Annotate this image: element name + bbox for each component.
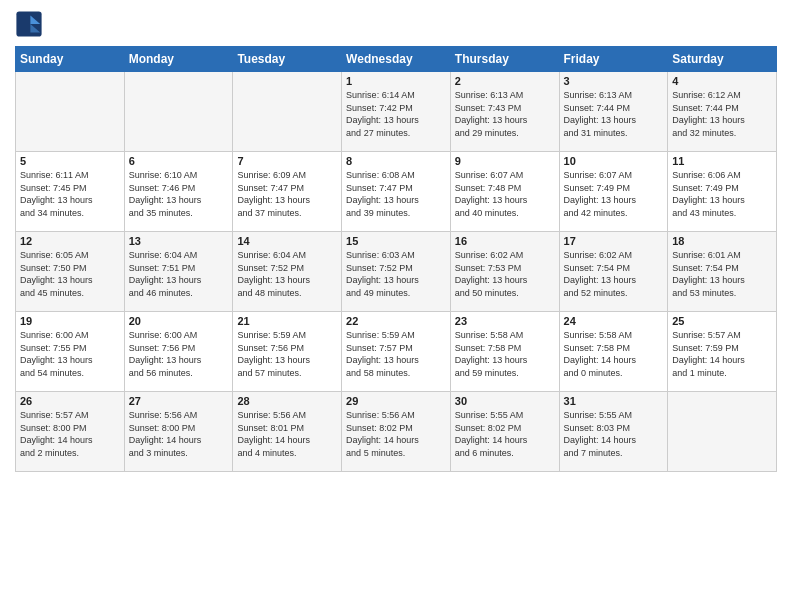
day-number: 30 — [455, 395, 555, 407]
day-number: 17 — [564, 235, 664, 247]
day-of-week-header: Friday — [559, 47, 668, 72]
day-number: 1 — [346, 75, 446, 87]
day-info: Sunrise: 6:07 AM Sunset: 7:49 PM Dayligh… — [564, 169, 664, 219]
calendar-cell: 28Sunrise: 5:56 AM Sunset: 8:01 PM Dayli… — [233, 392, 342, 472]
calendar-cell: 25Sunrise: 5:57 AM Sunset: 7:59 PM Dayli… — [668, 312, 777, 392]
day-info: Sunrise: 6:04 AM Sunset: 7:51 PM Dayligh… — [129, 249, 229, 299]
calendar-cell: 12Sunrise: 6:05 AM Sunset: 7:50 PM Dayli… — [16, 232, 125, 312]
day-number: 29 — [346, 395, 446, 407]
calendar-cell: 13Sunrise: 6:04 AM Sunset: 7:51 PM Dayli… — [124, 232, 233, 312]
day-info: Sunrise: 5:58 AM Sunset: 7:58 PM Dayligh… — [564, 329, 664, 379]
day-info: Sunrise: 6:06 AM Sunset: 7:49 PM Dayligh… — [672, 169, 772, 219]
logo-icon — [15, 10, 43, 38]
day-info: Sunrise: 6:04 AM Sunset: 7:52 PM Dayligh… — [237, 249, 337, 299]
calendar-week-row: 5Sunrise: 6:11 AM Sunset: 7:45 PM Daylig… — [16, 152, 777, 232]
day-number: 31 — [564, 395, 664, 407]
calendar-cell: 17Sunrise: 6:02 AM Sunset: 7:54 PM Dayli… — [559, 232, 668, 312]
calendar-cell: 18Sunrise: 6:01 AM Sunset: 7:54 PM Dayli… — [668, 232, 777, 312]
calendar-cell: 21Sunrise: 5:59 AM Sunset: 7:56 PM Dayli… — [233, 312, 342, 392]
day-number: 13 — [129, 235, 229, 247]
page: SundayMondayTuesdayWednesdayThursdayFrid… — [0, 0, 792, 612]
day-of-week-header: Thursday — [450, 47, 559, 72]
calendar-cell: 1Sunrise: 6:14 AM Sunset: 7:42 PM Daylig… — [342, 72, 451, 152]
calendar-cell: 14Sunrise: 6:04 AM Sunset: 7:52 PM Dayli… — [233, 232, 342, 312]
day-number: 11 — [672, 155, 772, 167]
calendar-header-row: SundayMondayTuesdayWednesdayThursdayFrid… — [16, 47, 777, 72]
calendar-week-row: 19Sunrise: 6:00 AM Sunset: 7:55 PM Dayli… — [16, 312, 777, 392]
day-number: 5 — [20, 155, 120, 167]
day-info: Sunrise: 5:56 AM Sunset: 8:00 PM Dayligh… — [129, 409, 229, 459]
calendar-cell: 2Sunrise: 6:13 AM Sunset: 7:43 PM Daylig… — [450, 72, 559, 152]
calendar-cell: 9Sunrise: 6:07 AM Sunset: 7:48 PM Daylig… — [450, 152, 559, 232]
day-info: Sunrise: 5:55 AM Sunset: 8:03 PM Dayligh… — [564, 409, 664, 459]
day-info: Sunrise: 6:02 AM Sunset: 7:54 PM Dayligh… — [564, 249, 664, 299]
day-number: 20 — [129, 315, 229, 327]
day-info: Sunrise: 6:03 AM Sunset: 7:52 PM Dayligh… — [346, 249, 446, 299]
day-info: Sunrise: 6:12 AM Sunset: 7:44 PM Dayligh… — [672, 89, 772, 139]
calendar-cell: 22Sunrise: 5:59 AM Sunset: 7:57 PM Dayli… — [342, 312, 451, 392]
day-of-week-header: Monday — [124, 47, 233, 72]
calendar-cell: 16Sunrise: 6:02 AM Sunset: 7:53 PM Dayli… — [450, 232, 559, 312]
calendar-cell — [124, 72, 233, 152]
day-info: Sunrise: 5:55 AM Sunset: 8:02 PM Dayligh… — [455, 409, 555, 459]
calendar-cell: 11Sunrise: 6:06 AM Sunset: 7:49 PM Dayli… — [668, 152, 777, 232]
calendar-cell: 26Sunrise: 5:57 AM Sunset: 8:00 PM Dayli… — [16, 392, 125, 472]
day-number: 21 — [237, 315, 337, 327]
calendar-cell: 5Sunrise: 6:11 AM Sunset: 7:45 PM Daylig… — [16, 152, 125, 232]
day-number: 15 — [346, 235, 446, 247]
calendar-cell: 29Sunrise: 5:56 AM Sunset: 8:02 PM Dayli… — [342, 392, 451, 472]
day-info: Sunrise: 6:01 AM Sunset: 7:54 PM Dayligh… — [672, 249, 772, 299]
day-number: 12 — [20, 235, 120, 247]
day-info: Sunrise: 6:07 AM Sunset: 7:48 PM Dayligh… — [455, 169, 555, 219]
header — [15, 10, 777, 38]
calendar-cell — [16, 72, 125, 152]
day-of-week-header: Saturday — [668, 47, 777, 72]
calendar-cell: 4Sunrise: 6:12 AM Sunset: 7:44 PM Daylig… — [668, 72, 777, 152]
day-number: 23 — [455, 315, 555, 327]
day-number: 19 — [20, 315, 120, 327]
day-info: Sunrise: 6:02 AM Sunset: 7:53 PM Dayligh… — [455, 249, 555, 299]
calendar-cell: 19Sunrise: 6:00 AM Sunset: 7:55 PM Dayli… — [16, 312, 125, 392]
calendar-cell: 15Sunrise: 6:03 AM Sunset: 7:52 PM Dayli… — [342, 232, 451, 312]
day-number: 16 — [455, 235, 555, 247]
day-number: 18 — [672, 235, 772, 247]
day-info: Sunrise: 6:14 AM Sunset: 7:42 PM Dayligh… — [346, 89, 446, 139]
day-number: 28 — [237, 395, 337, 407]
day-info: Sunrise: 6:13 AM Sunset: 7:44 PM Dayligh… — [564, 89, 664, 139]
day-number: 14 — [237, 235, 337, 247]
day-number: 26 — [20, 395, 120, 407]
calendar-cell: 7Sunrise: 6:09 AM Sunset: 7:47 PM Daylig… — [233, 152, 342, 232]
day-of-week-header: Tuesday — [233, 47, 342, 72]
day-info: Sunrise: 6:05 AM Sunset: 7:50 PM Dayligh… — [20, 249, 120, 299]
logo — [15, 10, 47, 38]
day-number: 27 — [129, 395, 229, 407]
day-info: Sunrise: 5:58 AM Sunset: 7:58 PM Dayligh… — [455, 329, 555, 379]
day-number: 25 — [672, 315, 772, 327]
calendar: SundayMondayTuesdayWednesdayThursdayFrid… — [15, 46, 777, 472]
day-info: Sunrise: 5:56 AM Sunset: 8:02 PM Dayligh… — [346, 409, 446, 459]
day-info: Sunrise: 6:08 AM Sunset: 7:47 PM Dayligh… — [346, 169, 446, 219]
day-number: 6 — [129, 155, 229, 167]
day-info: Sunrise: 6:13 AM Sunset: 7:43 PM Dayligh… — [455, 89, 555, 139]
day-info: Sunrise: 5:56 AM Sunset: 8:01 PM Dayligh… — [237, 409, 337, 459]
calendar-cell: 10Sunrise: 6:07 AM Sunset: 7:49 PM Dayli… — [559, 152, 668, 232]
calendar-cell: 30Sunrise: 5:55 AM Sunset: 8:02 PM Dayli… — [450, 392, 559, 472]
day-info: Sunrise: 6:09 AM Sunset: 7:47 PM Dayligh… — [237, 169, 337, 219]
day-info: Sunrise: 6:11 AM Sunset: 7:45 PM Dayligh… — [20, 169, 120, 219]
day-number: 4 — [672, 75, 772, 87]
day-info: Sunrise: 5:59 AM Sunset: 7:56 PM Dayligh… — [237, 329, 337, 379]
day-info: Sunrise: 6:10 AM Sunset: 7:46 PM Dayligh… — [129, 169, 229, 219]
calendar-cell: 8Sunrise: 6:08 AM Sunset: 7:47 PM Daylig… — [342, 152, 451, 232]
day-number: 2 — [455, 75, 555, 87]
day-info: Sunrise: 6:00 AM Sunset: 7:56 PM Dayligh… — [129, 329, 229, 379]
day-number: 9 — [455, 155, 555, 167]
day-number: 7 — [237, 155, 337, 167]
calendar-cell — [233, 72, 342, 152]
day-number: 22 — [346, 315, 446, 327]
day-number: 8 — [346, 155, 446, 167]
day-info: Sunrise: 5:57 AM Sunset: 7:59 PM Dayligh… — [672, 329, 772, 379]
day-number: 24 — [564, 315, 664, 327]
day-number: 10 — [564, 155, 664, 167]
day-info: Sunrise: 5:59 AM Sunset: 7:57 PM Dayligh… — [346, 329, 446, 379]
day-of-week-header: Sunday — [16, 47, 125, 72]
